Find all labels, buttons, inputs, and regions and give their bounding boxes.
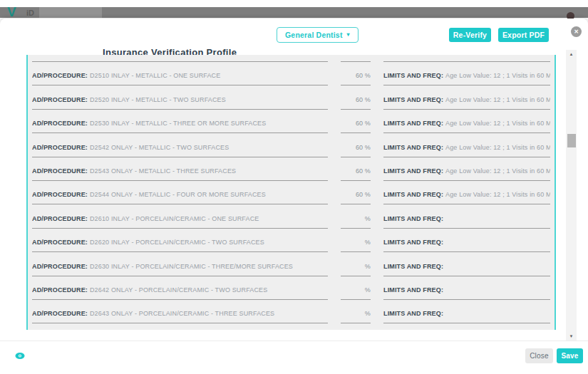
percent-field[interactable]: % [341,286,371,300]
procedure-field[interactable]: AD/PROCEDURE:D2620 INLAY - PORCELAIN/CER… [32,239,328,252]
percent-value: 60 % [356,120,371,127]
percent-field[interactable]: 60 % [341,191,371,204]
percent-field[interactable]: % [341,263,371,276]
limits-label: LIMITS AND FREQ: [383,167,443,175]
list-row: AD/PROCEDURE:D2520 INLAY - METALLIC - TW… [28,85,555,109]
limits-field[interactable] [383,55,550,62]
limits-label: LIMITS AND FREQ: [383,144,443,151]
procedure-value: D2630 INLAY - PORCELAIN/CERAMIC - THREE/… [90,263,293,270]
procedure-field[interactable]: AD/PROCEDURE:D2642 ONLAY - PORCELAIN/CER… [32,286,328,300]
procedure-label: AD/PROCEDURE: [32,120,88,127]
app-logo-text: iD [26,9,34,17]
procedure-label: AD/PROCEDURE: [32,286,88,294]
percent-value: % [365,263,371,270]
procedure-field[interactable] [32,55,328,62]
percent-value: % [365,215,371,222]
limits-field[interactable]: LIMITS AND FREQ:Age Low Value: 12 ; 1 Vi… [383,167,550,181]
limits-value: Age Low Value: 12 ; 1 Visits in 60 Month [445,144,550,151]
footer-divider [0,341,588,341]
close-x-glyph: ✕ [574,28,579,35]
limits-value: Age Low Value: 12 ; 1 Visits in 60 Month [445,72,550,79]
specialty-dropdown-label: General Dentist [285,31,343,39]
limits-label: LIMITS AND FREQ: [383,96,443,103]
procedure-field[interactable]: AD/PROCEDURE:D2530 INLAY - METALLIC - TH… [32,120,328,133]
procedure-value: D2510 INLAY - METALLIC - ONE SURFACE [90,72,220,79]
limits-field[interactable]: LIMITS AND FREQ:Age Low Value: 12 ; 1 Vi… [383,72,550,85]
percent-value: 60 % [356,191,371,198]
percent-field[interactable]: % [341,215,371,229]
list-row: AD/PROCEDURE:D2510 INLAY - METALLIC - ON… [28,62,555,85]
close-icon[interactable]: ✕ [571,26,582,37]
procedure-value: D2543 ONLAY - METALLIC - THREE SURFACES [90,167,236,175]
list-row: AD/PROCEDURE:D2543 ONLAY - METALLIC - TH… [28,157,555,181]
procedure-label: AD/PROCEDURE: [32,263,88,270]
procedure-field[interactable]: AD/PROCEDURE:D2520 INLAY - METALLIC - TW… [32,96,328,110]
procedure-value: D2642 ONLAY - PORCELAIN/CERAMIC - TWO SU… [90,286,267,294]
limits-field[interactable]: LIMITS AND FREQ:Age Low Value: 12 ; 1 Vi… [383,120,550,133]
procedure-label: AD/PROCEDURE: [32,215,88,222]
list-row: AD/PROCEDURE:D2642 ONLAY - PORCELAIN/CER… [28,276,555,300]
limits-field[interactable]: LIMITS AND FREQ:Age Low Value: 12 ; 1 Vi… [383,144,550,157]
procedure-label: AD/PROCEDURE: [32,72,88,79]
limits-field[interactable]: LIMITS AND FREQ: [383,239,550,252]
percent-value: 60 % [356,72,371,79]
limits-field[interactable]: LIMITS AND FREQ: [383,215,550,229]
limits-field[interactable]: LIMITS AND FREQ: [383,286,550,300]
specialty-dropdown[interactable]: General Dentist ▾ [277,27,359,43]
list-row: AD/PROCEDURE:D2630 INLAY - PORCELAIN/CER… [28,252,555,276]
limits-label: LIMITS AND FREQ: [383,215,443,222]
background-app-topbar [0,7,588,18]
app-logo-icon: V [7,4,16,20]
percent-field[interactable]: % [341,239,371,252]
limits-field[interactable]: LIMITS AND FREQ: [383,263,550,276]
close-button[interactable]: Close [525,348,553,363]
limits-value: Age Low Value: 12 ; 1 Visits in 60 Month [445,120,550,127]
limits-label: LIMITS AND FREQ: [383,120,443,127]
percent-value: % [365,310,371,317]
percent-value: 60 % [356,96,371,103]
reverify-button[interactable]: Re-Verify [449,28,491,42]
procedure-label: AD/PROCEDURE: [32,310,88,317]
list-row: AD/PROCEDURE:D2530 INLAY - METALLIC - TH… [28,110,555,133]
percent-field[interactable]: % [341,310,371,323]
limits-field[interactable]: LIMITS AND FREQ:Age Low Value: 12 ; 1 Vi… [383,191,550,204]
scroll-down-icon[interactable]: ▼ [566,332,577,341]
limits-value: Age Low Value: 12 ; 1 Visits in 60 Month [445,96,550,103]
limits-label: LIMITS AND FREQ: [383,191,443,198]
scrollbar-thumb[interactable] [567,134,576,147]
procedure-field[interactable]: AD/PROCEDURE:D2542 ONLAY - METALLIC - TW… [32,144,328,157]
procedure-label: AD/PROCEDURE: [32,239,88,246]
limits-field[interactable]: LIMITS AND FREQ:Age Low Value: 12 ; 1 Vi… [383,96,550,110]
procedure-value: D2520 INLAY - METALLIC - TWO SURFACES [90,96,226,103]
limits-field[interactable]: LIMITS AND FREQ: [383,310,550,323]
limits-label: LIMITS AND FREQ: [383,286,443,294]
limits-label: LIMITS AND FREQ: [383,72,443,79]
procedure-value: D2610 INLAY - PORCELAIN/CERAMIC - ONE SU… [90,215,259,222]
topbar-highlight [39,7,102,18]
eye-icon[interactable] [15,350,25,358]
percent-field[interactable] [341,55,371,62]
percent-field[interactable]: 60 % [341,167,371,181]
save-button[interactable]: Save [557,348,583,363]
procedure-field[interactable]: AD/PROCEDURE:D2630 INLAY - PORCELAIN/CER… [32,263,328,276]
percent-field[interactable]: 60 % [341,72,371,85]
procedure-field[interactable]: AD/PROCEDURE:D2610 INLAY - PORCELAIN/CER… [32,215,328,229]
percent-field[interactable]: 60 % [341,96,371,110]
list-row: AD/PROCEDURE:D2610 INLAY - PORCELAIN/CER… [28,204,555,228]
limits-label: LIMITS AND FREQ: [383,310,443,317]
procedure-list: AD/PROCEDURE:D2510 INLAY - METALLIC - ON… [26,55,556,330]
scrollbar[interactable]: ▲ ▼ [566,50,577,341]
list-row: AD/PROCEDURE:D2620 INLAY - PORCELAIN/CER… [28,229,555,252]
export-pdf-button[interactable]: Export PDF [498,28,549,42]
procedure-field[interactable]: AD/PROCEDURE:D2510 INLAY - METALLIC - ON… [32,72,328,85]
procedure-field[interactable]: AD/PROCEDURE:D2543 ONLAY - METALLIC - TH… [32,167,328,181]
procedure-value: D2542 ONLAY - METALLIC - TWO SURFACES [90,144,229,151]
percent-field[interactable]: 60 % [341,144,371,157]
insurance-verification-modal: Insurance Verification Profile General D… [0,19,588,374]
percent-field[interactable]: 60 % [341,120,371,133]
percent-value: % [365,239,371,246]
procedure-field[interactable]: AD/PROCEDURE:D2643 ONLAY - PORCELAIN/CER… [32,310,328,323]
limits-value: Age Low Value: 12 ; 1 Visits in 60 Month [445,167,550,175]
scroll-up-icon[interactable]: ▲ [566,50,577,58]
procedure-field[interactable]: AD/PROCEDURE:D2544 ONLAY - METALLIC - FO… [32,191,328,204]
